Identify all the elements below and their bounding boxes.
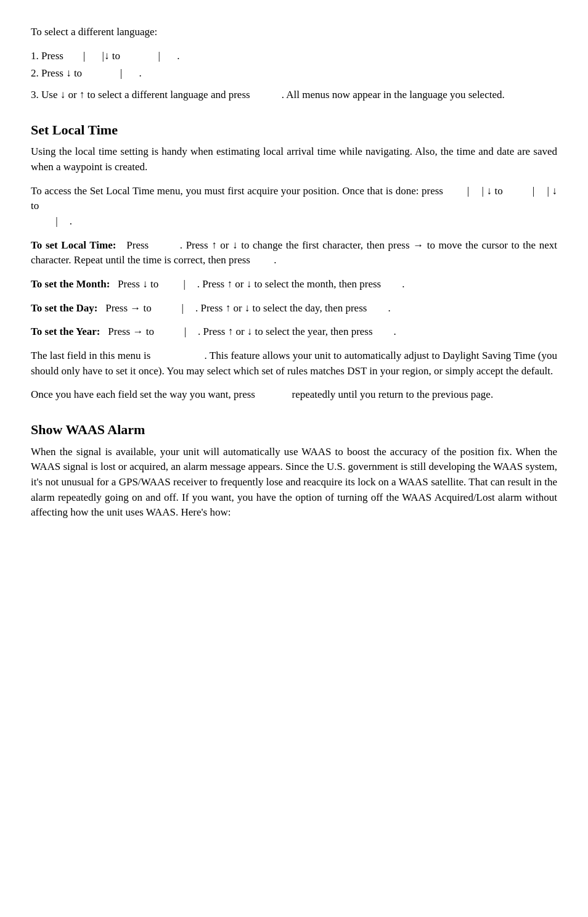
step1-dot: . [177, 50, 179, 62]
show-waas-p1: When the signal is available, your unit … [31, 445, 557, 520]
to-set-year-label: To set the Year: [31, 326, 100, 337]
pipe-3: | [120, 67, 122, 79]
once-you-have-p1: Once you have each field set the way you… [31, 389, 255, 400]
pipe-9: | [184, 326, 186, 337]
step2-label: 2. Press ↓ to [31, 67, 82, 79]
to-set-year: To set the Year: Press → to | . Press ↑ … [31, 324, 557, 340]
set-local-time-p1: Using the local time setting is handy wh… [31, 144, 557, 175]
pipe-7: | [183, 278, 185, 290]
to-set-day-end: . [388, 302, 390, 314]
pipe-8: | [182, 302, 184, 314]
to-set-month-label: To set the Month: [31, 278, 110, 290]
last-field-paragraph: The last field in this menu is . This fe… [31, 348, 557, 379]
sltp2b: | ↓ to [481, 185, 502, 197]
to-set-local-time-end: . [274, 254, 276, 266]
to-set-day-rest: . Press ↑ or ↓ to select the day, then p… [195, 302, 367, 314]
to-set-local-time-label: To set Local Time: [31, 239, 116, 251]
once-you-have-paragraph: Once you have each field set the way you… [31, 387, 557, 403]
step1-arrow: |↓ to [102, 50, 120, 62]
step-3: 3. Use ↓ or ↑ to select a different lang… [31, 88, 557, 103]
to-set-day: To set the Day: Press → to | . Press ↑ o… [31, 301, 557, 316]
to-set-year-rest: . Press ↑ or ↓ to select the year, then … [198, 326, 373, 337]
sltp2a: To access the Set Local Time menu, you m… [31, 185, 443, 197]
to-set-month-rest: . Press ↑ or ↓ to select the month, then… [197, 278, 381, 290]
last-field-p1: The last field in this menu is [31, 350, 150, 361]
step1-label: 1. Press [31, 50, 63, 62]
to-set-local-time: To set Local Time: Press . Press ↑ or ↓ … [31, 238, 557, 268]
to-set-year-end: . [394, 326, 396, 337]
to-set-month: To set the Month: Press ↓ to | . Press ↑… [31, 277, 557, 292]
pipe-2: | [158, 50, 160, 62]
once-you-have-p2: repeatedly until you return to the previ… [292, 389, 493, 400]
set-local-time-heading: Set Local Time [31, 120, 557, 140]
to-set-day-label: To set the Day: [31, 302, 97, 314]
to-set-year-text: Press → to [108, 326, 154, 337]
to-set-month-text: Press ↓ to [118, 278, 158, 290]
to-set-month-end: . [402, 278, 404, 290]
step2-dot: . [139, 67, 142, 79]
set-local-time-p2: To access the Set Local Time menu, you m… [31, 184, 557, 229]
to-set-day-text: Press → to [105, 302, 152, 314]
step-2: 2. Press ↓ to | . [31, 66, 557, 81]
step3-text: 3. Use ↓ or ↑ to select a different lang… [31, 89, 250, 101]
pipe-1: | [83, 50, 85, 62]
step3-rest: . All menus now appear in the language y… [282, 89, 505, 101]
intro-language: To select a different language: [31, 25, 557, 40]
step-1: 1. Press | |↓ to | . [31, 49, 557, 64]
show-waas-heading: Show WAAS Alarm [31, 420, 557, 440]
pipe-4: | [467, 185, 469, 197]
sltp2e: . [70, 215, 72, 227]
to-set-local-time-text: Press [126, 239, 149, 251]
pipe-5: | [533, 185, 534, 197]
pipe-6: | [55, 215, 57, 227]
